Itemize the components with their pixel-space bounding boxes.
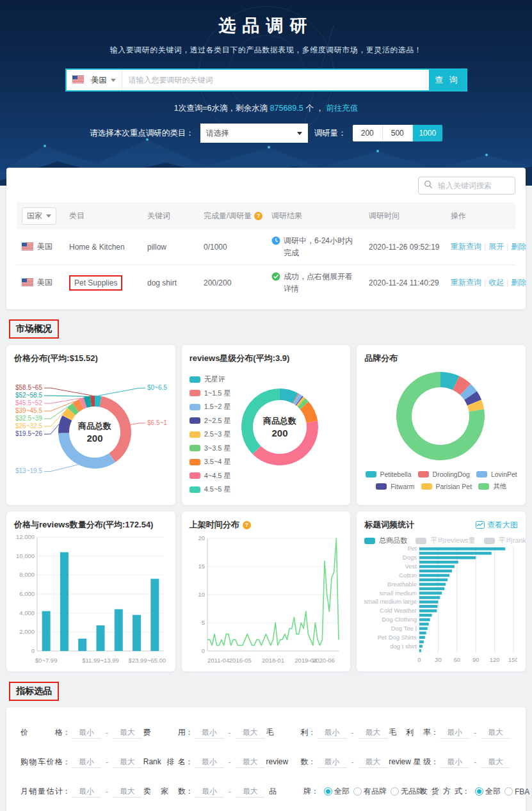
status-text: 成功，点右侧展开看详情: [284, 271, 356, 294]
keyword-filter-input[interactable]: [437, 181, 510, 191]
chart-title-text: 上架时间分布: [189, 519, 239, 531]
legend-item[interactable]: 无星评: [189, 374, 231, 384]
min-input[interactable]: [195, 727, 224, 739]
legend-item[interactable]: 4~4.5 星: [189, 471, 231, 481]
field-label: 费用: [143, 727, 186, 738]
max-input[interactable]: [481, 756, 510, 768]
min-input[interactable]: [195, 785, 224, 798]
max-input[interactable]: [236, 756, 265, 768]
legend-item[interactable]: Petitebella: [366, 470, 412, 478]
legend-label: 平均rank: [499, 536, 526, 545]
action-link-0[interactable]: 重新查询: [451, 278, 481, 287]
legend-item[interactable]: 总商品数: [364, 536, 407, 545]
max-input[interactable]: [236, 727, 265, 739]
svg-text:$39~45.5: $39~45.5: [15, 408, 42, 415]
page: 选品调研 输入要调研的关键词，透过各类目下的产品数据表现，多维度调研市场，更灵活…: [0, 0, 532, 811]
category-row: 请选择本次重点调研的类目： 请选择 调研量： 2005001000: [0, 124, 532, 143]
query-button[interactable]: 查 询: [429, 70, 466, 90]
legend-item[interactable]: Fitwarm: [376, 482, 414, 491]
max-input[interactable]: [359, 756, 388, 768]
legend-item[interactable]: LovinPet: [476, 470, 517, 478]
min-input[interactable]: [318, 727, 347, 739]
legend-item[interactable]: 3~3.5 星: [189, 444, 231, 453]
svg-text:200: 200: [271, 428, 287, 438]
min-input[interactable]: [440, 756, 469, 768]
amount-label: 调研量：: [314, 128, 346, 139]
country-filter-button[interactable]: 国家: [22, 207, 56, 225]
us-flag-icon: [22, 243, 33, 252]
field-colon: ：: [63, 786, 70, 797]
amount-option-500[interactable]: 500: [383, 125, 413, 141]
chart-card-brand-distribution-chart: 品牌分布PetitebellaDroolingDogLovinPetFitwar…: [357, 345, 526, 505]
action-link-1[interactable]: 收起: [488, 278, 504, 287]
svg-text:4,000: 4,000: [19, 609, 35, 616]
chart-head: 品牌分布: [364, 353, 518, 364]
table-header-label: 类目: [69, 211, 85, 220]
max-input[interactable]: [113, 727, 142, 739]
table-header-1: 类目: [64, 211, 142, 221]
min-input[interactable]: [195, 756, 224, 768]
chart-title: 标题词频统计: [364, 519, 414, 531]
range-field-3: 毛利率：-: [389, 727, 512, 739]
keyword-input[interactable]: [122, 70, 429, 90]
range-field-1: 费用：-: [143, 727, 266, 739]
max-input[interactable]: [113, 785, 142, 798]
max-input[interactable]: [113, 756, 142, 768]
table-row: 美国Pet Suppliesdog shirt200/200成功，点右侧展开看详…: [17, 265, 515, 300]
radio-option-有品牌[interactable]: 有品牌: [353, 786, 387, 797]
svg-text:small medium: small medium: [380, 590, 417, 597]
legend-item[interactable]: 平均rank: [484, 536, 526, 545]
radio-option-全部[interactable]: 全部: [475, 786, 501, 797]
legend-swatch: [376, 483, 387, 490]
legend-item[interactable]: Parisian Pet: [421, 482, 472, 491]
legend-item[interactable]: 1~1.5 星: [189, 389, 231, 398]
legend-item[interactable]: 1.5~2 星: [189, 402, 231, 412]
min-input[interactable]: [318, 756, 347, 768]
amount-option-1000[interactable]: 1000: [413, 125, 442, 141]
view-large-link[interactable]: 查看大图: [476, 520, 518, 531]
legend-item[interactable]: 2.5~3 星: [189, 430, 231, 439]
chart-title: 价格与reviews数量分布(平均:172.54): [14, 519, 153, 531]
chart-legend: 总商品数平均reviews量平均rank: [364, 536, 518, 545]
country-select[interactable]: 美国: [67, 70, 122, 90]
legend-item[interactable]: 2~2.5 星: [189, 416, 231, 426]
svg-text:30: 30: [435, 656, 442, 663]
legend-item[interactable]: 3.5~4 星: [189, 457, 231, 467]
legend-swatch: [189, 472, 200, 479]
action-link-0[interactable]: 重新查询: [451, 242, 481, 251]
legend-item[interactable]: 4.5~5 星: [189, 485, 231, 494]
min-input[interactable]: [72, 727, 101, 739]
success-check-icon: [271, 272, 280, 281]
category-select[interactable]: 请选择: [200, 124, 308, 143]
chart-head: 价格分布(平均:$15.52): [14, 353, 168, 364]
min-input[interactable]: [72, 756, 101, 768]
amount-option-200[interactable]: 200: [353, 125, 383, 141]
min-input[interactable]: [440, 727, 469, 739]
max-input[interactable]: [481, 727, 510, 739]
action-link-2[interactable]: 删除: [511, 278, 526, 287]
legend-item[interactable]: DroolingDog: [418, 470, 470, 478]
min-input[interactable]: [72, 785, 101, 798]
legend-swatch: [189, 459, 200, 465]
field-colon: ：: [63, 757, 70, 767]
table-header-6: 操作: [446, 211, 515, 221]
recharge-link[interactable]: 前往充值: [326, 104, 358, 113]
max-input[interactable]: [359, 727, 388, 739]
field-colon: ：: [63, 727, 70, 738]
action-link-2[interactable]: 删除: [511, 242, 526, 251]
svg-text:120: 120: [490, 656, 500, 663]
us-flag-icon: [22, 278, 33, 288]
radio-option-FBA[interactable]: FBA: [504, 787, 529, 796]
svg-text:200: 200: [86, 433, 102, 444]
legend-item[interactable]: 其他: [478, 482, 506, 491]
max-input[interactable]: [236, 785, 265, 798]
table-header-label: 操作: [451, 211, 466, 220]
radio-option-无品牌[interactable]: 无品牌: [391, 786, 424, 797]
field-label: 月销量估计: [20, 786, 63, 797]
chart-card-title-word-frequency-chart: 标题词频统计查看大图总商品数平均reviews量平均rank0306090120…: [357, 511, 526, 671]
legend-item[interactable]: 平均reviews量: [415, 536, 475, 545]
radio-option-全部[interactable]: 全部: [324, 786, 350, 797]
action-link-1[interactable]: 展开: [488, 242, 504, 251]
action-separator: |: [506, 278, 508, 287]
svg-text:商品总数: 商品总数: [262, 416, 296, 426]
